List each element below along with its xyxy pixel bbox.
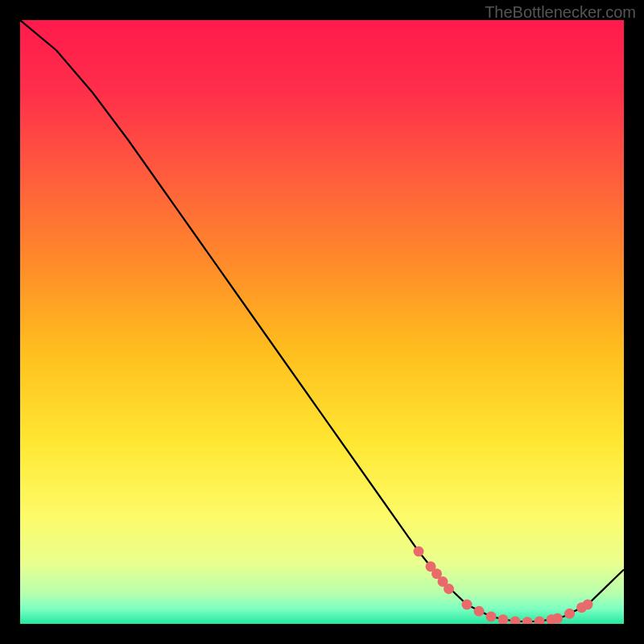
watermark-text: TheBottlenecker.com: [485, 3, 636, 22]
plot-area: [20, 20, 624, 624]
highlight-point: [474, 606, 485, 617]
highlight-point: [583, 600, 593, 610]
highlight-point: [564, 609, 575, 619]
highlight-point: [444, 584, 454, 594]
highlight-point: [414, 547, 424, 557]
highlight-point: [552, 613, 563, 624]
chart-svg: [20, 20, 624, 624]
highlight-point: [462, 600, 473, 610]
chart-container: TheBottlenecker.com: [0, 0, 644, 644]
highlight-point: [486, 612, 497, 622]
gradient-background: [20, 20, 624, 624]
